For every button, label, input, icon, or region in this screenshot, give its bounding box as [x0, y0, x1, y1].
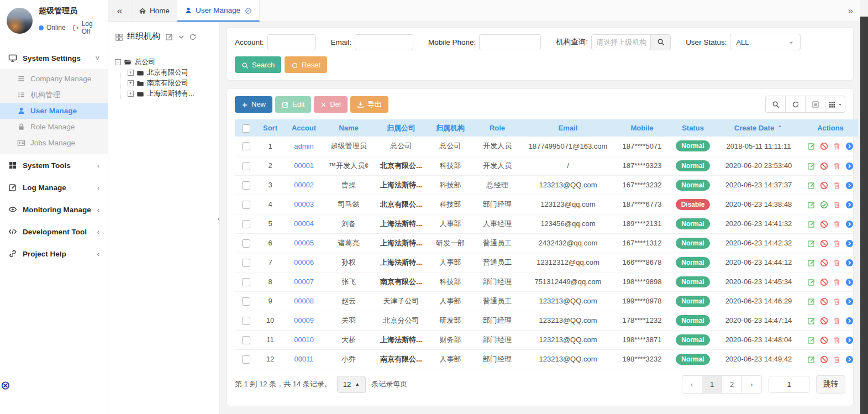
row-checkbox[interactable] — [242, 317, 250, 325]
edit-icon[interactable] — [165, 33, 173, 41]
row-checkbox[interactable] — [242, 239, 250, 248]
page-button-2[interactable]: 2 — [722, 375, 742, 394]
header-role[interactable]: Role — [471, 119, 523, 137]
arrow-circle-icon[interactable] — [845, 142, 854, 150]
ban-icon[interactable] — [820, 278, 828, 286]
tree-node[interactable]: +上海法斯特有... — [128, 88, 213, 99]
cell-account-link[interactable]: 00004 — [283, 214, 324, 233]
cell-account-link[interactable]: 00010 — [283, 330, 324, 349]
edit-icon[interactable] — [807, 297, 816, 306]
page-size-select[interactable]: 12 ▲ — [337, 376, 366, 393]
search-view-button[interactable] — [765, 96, 786, 113]
account-input[interactable] — [267, 34, 316, 50]
ban-icon[interactable] — [820, 297, 828, 306]
edit-icon[interactable] — [807, 278, 816, 286]
tree-node[interactable]: +北京有限公司 — [128, 67, 213, 78]
row-checkbox[interactable] — [242, 142, 250, 150]
jump-button[interactable]: 跳转 — [816, 375, 845, 394]
user-status-select[interactable]: ALL — [730, 34, 801, 50]
sidebar-item-project-help[interactable]: Project Help‹ — [0, 243, 108, 265]
tab-home[interactable]: Home — [131, 0, 177, 22]
chevron-down-icon[interactable] — [177, 33, 185, 41]
tree-node[interactable]: +南京有限公司 — [128, 78, 213, 88]
sidebar-item-role-manage[interactable]: Role Manage — [0, 119, 108, 135]
edit-icon[interactable] — [807, 317, 816, 325]
edit-icon[interactable] — [807, 355, 816, 364]
cell-account-link[interactable]: 00008 — [283, 291, 324, 311]
tree-expander-icon[interactable]: + — [128, 70, 134, 76]
header-select-all[interactable] — [235, 119, 257, 137]
sidebar-collapse-button[interactable]: « — [108, 0, 131, 22]
tab-user-manage[interactable]: User Manage — [177, 0, 260, 22]
close-circle-icon[interactable] — [245, 7, 252, 14]
ban-icon[interactable] — [820, 162, 828, 170]
cell-account-link[interactable]: admin — [283, 137, 324, 156]
sidebar-item-system-settings[interactable]: System Settings˅ — [0, 47, 108, 69]
trash-icon[interactable] — [833, 142, 841, 150]
header-mobile[interactable]: Mobile — [613, 119, 671, 137]
row-checkbox[interactable] — [242, 201, 250, 209]
org-query-input[interactable] — [591, 34, 651, 50]
prev-page-button[interactable]: ‹ — [682, 375, 702, 394]
ban-icon[interactable] — [820, 336, 828, 344]
arrow-circle-icon[interactable] — [845, 278, 854, 286]
header-company[interactable]: 归属公司 — [373, 119, 429, 137]
trash-icon[interactable] — [833, 336, 841, 344]
arrow-circle-icon[interactable] — [845, 239, 854, 248]
row-checkbox[interactable] — [242, 336, 250, 344]
tree-node-root[interactable]: -总公司 — [115, 57, 213, 67]
ban-icon[interactable] — [820, 220, 828, 228]
edit-icon[interactable] — [807, 181, 816, 190]
reset-button[interactable]: Reset — [285, 56, 327, 73]
sidebar-item-jobs-manage[interactable]: Jobs Manage — [0, 135, 108, 151]
row-checkbox[interactable] — [242, 259, 250, 267]
arrow-circle-icon[interactable] — [845, 162, 854, 170]
cell-account-link[interactable]: 00003 — [283, 195, 324, 214]
arrow-circle-icon[interactable] — [845, 297, 854, 306]
arrow-circle-icon[interactable] — [845, 336, 854, 344]
header-sort[interactable]: Sort — [257, 119, 283, 137]
page-button-1[interactable]: 1 — [702, 375, 722, 394]
trash-icon[interactable] — [833, 278, 841, 286]
edit-icon[interactable] — [807, 259, 816, 267]
trash-icon[interactable] — [833, 317, 841, 325]
select-all-checkbox[interactable] — [242, 124, 250, 133]
arrow-circle-icon[interactable] — [845, 181, 854, 190]
tree-expander-icon[interactable]: - — [115, 59, 121, 65]
header-email[interactable]: Email — [523, 119, 613, 137]
header-name[interactable]: Name — [324, 119, 373, 137]
arrow-circle-icon[interactable] — [845, 355, 854, 364]
panel-expand-button[interactable]: » — [848, 0, 860, 22]
trash-icon[interactable] — [833, 297, 841, 306]
edit-icon[interactable] — [807, 201, 816, 209]
columns-view-button[interactable] — [825, 96, 845, 113]
refresh-view-button[interactable] — [785, 96, 806, 113]
row-checkbox[interactable] — [242, 297, 250, 306]
ban-icon[interactable] — [820, 355, 828, 364]
row-checkbox[interactable] — [242, 220, 250, 228]
logoff-button[interactable]: Log Off — [72, 20, 101, 35]
arrow-circle-icon[interactable] — [845, 317, 854, 325]
cell-account-link[interactable]: 00007 — [283, 272, 324, 291]
header-create-date[interactable]: Create Date — [714, 119, 803, 137]
cell-account-link[interactable]: 00005 — [283, 233, 324, 253]
ban-icon[interactable] — [820, 181, 828, 190]
header-org[interactable]: 归属机构 — [429, 119, 471, 137]
cell-account-link[interactable]: 00009 — [283, 311, 324, 330]
sidebar-item-system-tools[interactable]: System Tools‹ — [0, 154, 108, 176]
sidebar-item-log-manage[interactable]: Log Manage‹ — [0, 176, 108, 198]
export-button[interactable]: 导出 — [350, 96, 388, 113]
ban-icon[interactable] — [820, 142, 828, 150]
mobile-input[interactable] — [479, 34, 541, 50]
header-actions[interactable]: Actions — [803, 119, 858, 137]
next-page-button[interactable]: › — [741, 375, 762, 394]
circle-x-icon[interactable]: ⊗ — [1, 379, 10, 391]
sidebar-item-company-manage[interactable]: Company Manage — [0, 71, 108, 87]
header-status[interactable]: Status — [671, 119, 714, 137]
tree-collapse-handle[interactable]: ‹ — [216, 214, 222, 222]
edit-icon[interactable] — [807, 162, 816, 170]
jump-page-input[interactable] — [769, 376, 809, 393]
edit-icon[interactable] — [807, 220, 816, 228]
edit-icon[interactable] — [807, 336, 816, 344]
trash-icon[interactable] — [833, 239, 841, 248]
